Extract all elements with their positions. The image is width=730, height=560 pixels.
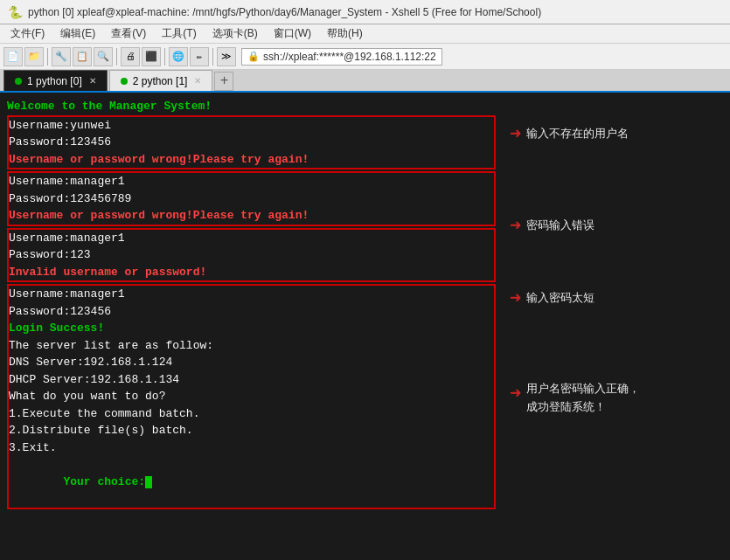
server-list-line6: 3.Exit. [9,439,494,457]
terminal-panel[interactable]: Welcome to the Manager System! Username:… [0,93,503,560]
tab-dot-1 [121,78,128,85]
toolbar-sep1 [47,48,48,66]
toolbar-btn4[interactable]: 🖨 [121,47,140,66]
toolbar-btn5[interactable]: ⬛ [142,47,161,66]
error-block-1: Username:yunwei Password:123456 Username… [7,115,496,170]
server-list-line1: DNS Server:192.168.1.124 [9,354,494,371]
menu-edit[interactable]: 编辑(E) [53,24,102,43]
address-bar: 🔒 ssh://xpleaf:******@192.168.1.112:22 [241,48,442,66]
toolbar-sep2 [116,48,117,66]
block4-line1: Username:manager1 [9,286,494,303]
title-text: python [0] xpleaf@xpleaf-machine: /mnt/h… [28,6,541,18]
menu-window[interactable]: 窗口(W) [267,24,318,43]
error-block-3: Username:manager1 Password:123 Invalid u… [7,228,496,283]
new-tab-button[interactable]: + [214,72,233,91]
ann-text-2: 密码输入错误 [526,217,594,235]
error-msg-3: Invalid username or password! [9,264,494,281]
arrow-icon-3: ➜ [510,287,521,310]
toolbar-btn8[interactable]: ≫ [217,47,236,66]
annotation-3: ➜ 输入密码太短 [503,283,601,314]
block3-line1: Username:manager1 [9,230,494,247]
server-list-line2: DHCP Server:192.168.1.134 [9,371,494,389]
tabs-bar: 1 python [0] ✕ 2 python [1] ✕ + [0,70,730,93]
block3-line2: Password:123 [9,246,494,264]
tab-close-0[interactable]: ✕ [89,76,96,86]
tab-label-0: 1 python [0] [27,75,82,87]
toolbar-btn1[interactable]: 🔧 [52,47,71,66]
server-list-line4: 1.Execute the command batch. [9,405,494,423]
toolbar-sep3 [164,48,165,66]
server-list-line3: What do you want to do? [9,388,494,405]
app-icon: 🐍 [7,4,23,20]
prompt-line: Your choice: [9,456,494,508]
toolbar-btn7[interactable]: ✏ [190,47,209,66]
error-msg-1: Username or password wrong!Please try ag… [9,151,494,169]
ann-text-1: 输入不存在的用户名 [526,125,629,143]
tab-label-1: 2 python [1] [133,75,188,87]
annotation-1: ➜ 输入不存在的用户名 [503,119,636,149]
block2-line2: Password:123456789 [9,190,494,208]
tab-close-1[interactable]: ✕ [194,76,201,86]
server-list-line0: The server list are as follow: [9,337,494,355]
block1-line1: Username:yunwei [9,117,494,135]
toolbar-sep4 [212,48,213,66]
menu-tools[interactable]: 工具(T) [155,24,203,43]
menu-file[interactable]: 文件(F) [3,24,52,43]
lock-icon: 🔒 [247,51,260,62]
toolbar-btn2[interactable]: 📋 [73,47,92,66]
toolbar: 📄 📁 🔧 📋 🔍 🖨 ⬛ 🌐 ✏ ≫ 🔒 ssh://xpleaf:*****… [0,44,730,70]
toolbar-new[interactable]: 📄 [3,47,23,66]
annotation-2: ➜ 密码输入错误 [503,211,601,241]
success-block: Username:manager1 Password:123456 Login … [7,284,496,509]
arrow-icon-2: ➜ [510,214,521,238]
block1-line2: Password:123456 [9,134,494,151]
title-bar: 🐍 python [0] xpleaf@xpleaf-machine: /mnt… [0,0,730,24]
main-area: Welcome to the Manager System! Username:… [0,93,730,560]
arrow-icon-4: ➜ [510,382,521,405]
block4-line2: Password:123456 [9,303,494,321]
success-msg: Login Success! [9,320,494,337]
error-block-2: Username:manager1 Password:123456789 Use… [7,171,496,226]
annotation-4: ➜ 用户名密码输入正确，成功登陆系统！ [503,377,647,420]
ann-text-3: 输入密码太短 [526,289,594,308]
cursor [145,476,152,488]
toolbar-btn6[interactable]: 🌐 [169,47,188,66]
tab-python0[interactable]: 1 python [0] ✕ [3,70,108,91]
tab-dot-active [15,78,22,85]
ann-text-4: 用户名密码输入正确，成功登陆系统！ [526,380,640,417]
menu-bar: 文件(F) 编辑(E) 查看(V) 工具(T) 选项卡(B) 窗口(W) 帮助(… [0,24,730,44]
menu-tabs[interactable]: 选项卡(B) [205,24,265,43]
menu-help[interactable]: 帮助(H) [320,24,370,43]
toolbar-btn3[interactable]: 🔍 [94,47,113,66]
arrow-icon-1: ➜ [510,122,521,146]
toolbar-open[interactable]: 📁 [24,47,44,66]
annotation-panel: ➜ 输入不存在的用户名 ➜ 密码输入错误 ➜ 输入密码太短 ➜ 用户名密码输入正… [503,93,730,560]
menu-view[interactable]: 查看(V) [104,24,153,43]
error-msg-2: Username or password wrong!Please try ag… [9,207,494,225]
block2-line1: Username:manager1 [9,173,494,190]
welcome-line: Welcome to the Manager System! [7,98,496,115]
server-list-line5: 2.Distribute file(s) batch. [9,422,494,439]
address-text: ssh://xpleaf:******@192.168.1.112:22 [263,51,436,63]
tab-python1[interactable]: 2 python [1] ✕ [109,70,213,91]
